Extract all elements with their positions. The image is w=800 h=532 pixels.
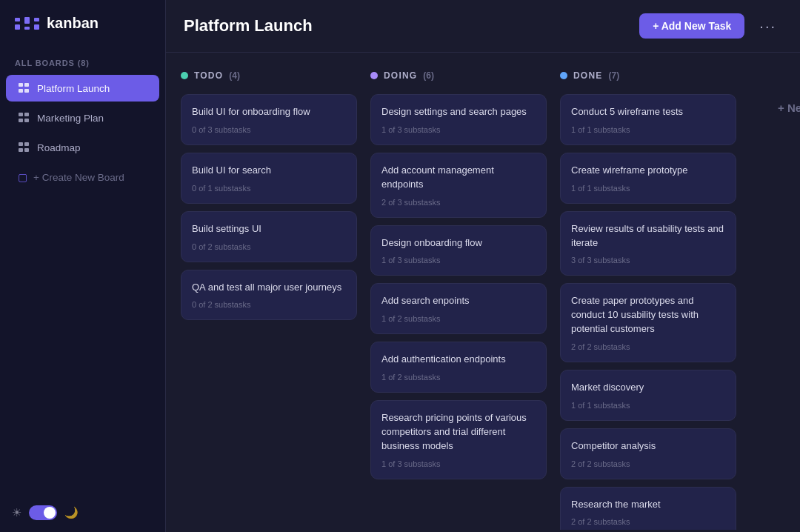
card-done-4[interactable]: Market discovery1 of 1 substasks <box>560 370 736 421</box>
column-title-doing: DOING <box>384 70 417 81</box>
card-substasks: 1 of 1 substasks <box>571 401 725 410</box>
column-dot-doing <box>370 72 378 79</box>
card-title: Add account management endpoints <box>381 164 536 192</box>
card-title: Review results of usability tests and it… <box>571 222 725 250</box>
column-dot-todo <box>181 72 188 79</box>
sidebar-label-marketing-plan: Marketing Plan <box>37 113 104 124</box>
main-content: Platform Launch + Add New Task ··· TODO(… <box>166 0 800 532</box>
card-todo-2[interactable]: Build settings UI0 of 2 substasks <box>181 211 357 262</box>
card-doing-5[interactable]: Research pricing points of various compe… <box>370 400 547 479</box>
card-done-3[interactable]: Create paper prototypes and conduct 10 u… <box>560 283 736 362</box>
card-todo-0[interactable]: Build UI for onboarding flow0 of 3 subst… <box>181 94 357 145</box>
kanban-board: TODO(4)Build UI for onboarding flow0 of … <box>166 53 800 532</box>
card-done-6[interactable]: Research the market2 of 2 substasks <box>560 487 736 530</box>
card-title: Build UI for onboarding flow <box>192 105 346 119</box>
cards-doing: Design settings and search pages1 of 3 s… <box>370 94 548 479</box>
card-title: Create paper prototypes and conduct 10 u… <box>571 294 725 336</box>
card-done-2[interactable]: Review results of usability tests and it… <box>560 211 736 276</box>
card-doing-2[interactable]: Design onboarding flow1 of 3 substasks <box>370 225 547 276</box>
card-title: Build UI for search <box>192 164 346 178</box>
board-icon <box>18 142 30 153</box>
theme-switcher: ☀ 🌙 <box>0 493 165 532</box>
card-substasks: 1 of 3 substasks <box>381 125 536 134</box>
create-new-board-button[interactable]: ▢ + Create New Board <box>6 164 159 190</box>
card-title: Design onboarding flow <box>381 236 536 250</box>
card-substasks: 0 of 2 substasks <box>192 242 346 251</box>
sidebar-item-platform-launch[interactable]: Platform Launch <box>6 75 159 102</box>
moon-icon: 🌙 <box>64 506 79 519</box>
card-substasks: 1 of 1 substasks <box>571 184 725 193</box>
card-title: Create wireframe prototype <box>571 164 725 178</box>
board-icon <box>18 112 30 124</box>
board-icon <box>18 82 30 94</box>
card-substasks: 2 of 2 substasks <box>571 459 725 468</box>
card-doing-0[interactable]: Design settings and search pages1 of 3 s… <box>370 94 547 145</box>
column-header-done: DONE(7) <box>560 67 738 87</box>
column-title-todo: TODO <box>194 70 223 81</box>
card-title: Add authentication endpoints <box>381 353 536 367</box>
column-header-doing: DOING(6) <box>370 67 548 87</box>
column-title-done: DONE <box>573 70 602 81</box>
column-doing: DOING(6)Design settings and search pages… <box>370 67 548 479</box>
card-title: Research pricing points of various compe… <box>381 411 536 453</box>
column-count-todo: (4) <box>229 70 240 81</box>
page-header: Platform Launch + Add New Task ··· <box>166 0 800 53</box>
column-count-doing: (6) <box>423 70 434 81</box>
logo-icon <box>15 17 39 30</box>
app-logo: kanban <box>0 0 165 47</box>
card-title: Research the market <box>571 498 725 512</box>
card-todo-1[interactable]: Build UI for search0 of 1 substasks <box>181 153 357 204</box>
sun-icon: ☀ <box>12 506 21 519</box>
card-done-1[interactable]: Create wireframe prototype1 of 1 substas… <box>560 153 736 204</box>
card-todo-3[interactable]: QA and test all major user journeys0 of … <box>181 270 357 321</box>
card-doing-3[interactable]: Add search enpoints1 of 2 substasks <box>370 283 547 334</box>
sidebar-item-roadmap[interactable]: Roadmap <box>6 134 159 161</box>
card-substasks: 1 of 3 substasks <box>381 256 536 265</box>
sidebar: kanban ALL BOARDS (8) Platform Launch Ma… <box>0 0 166 532</box>
header-actions: + Add New Task ··· <box>639 13 782 39</box>
toggle-knob <box>44 507 56 519</box>
card-title: Competitor analysis <box>571 439 725 453</box>
column-todo: TODO(4)Build UI for onboarding flow0 of … <box>181 67 359 320</box>
card-title: Build settings UI <box>192 222 346 236</box>
card-substasks: 1 of 2 substasks <box>381 373 536 382</box>
plus-icon: ▢ <box>18 171 27 183</box>
card-substasks: 2 of 3 substasks <box>381 198 536 207</box>
app-name: kanban <box>47 15 99 32</box>
card-substasks: 2 of 2 substasks <box>571 517 725 526</box>
new-column-button[interactable]: + New Column <box>750 94 800 122</box>
card-done-5[interactable]: Competitor analysis2 of 2 substasks <box>560 428 736 479</box>
cards-todo: Build UI for onboarding flow0 of 3 subst… <box>181 94 359 320</box>
card-substasks: 0 of 3 substasks <box>192 125 346 134</box>
card-substasks: 0 of 1 substasks <box>192 184 346 193</box>
sidebar-label-roadmap: Roadmap <box>37 142 81 153</box>
card-substasks: 3 of 3 substasks <box>571 256 725 265</box>
card-doing-4[interactable]: Add authentication endpoints1 of 2 subst… <box>370 342 547 393</box>
page-title: Platform Launch <box>184 16 313 36</box>
column-count-done: (7) <box>608 70 619 81</box>
card-substasks: 1 of 2 substasks <box>381 314 536 323</box>
theme-toggle[interactable] <box>29 505 57 520</box>
card-substasks: 2 of 2 substasks <box>571 342 725 351</box>
card-title: Market discovery <box>571 381 725 395</box>
column-dot-done <box>560 72 567 79</box>
card-doing-1[interactable]: Add account management endpoints2 of 3 s… <box>370 153 547 218</box>
more-options-button[interactable]: ··· <box>753 15 782 38</box>
card-done-0[interactable]: Conduct 5 wireframe tests1 of 1 substask… <box>560 94 736 145</box>
card-title: Add search enpoints <box>381 294 536 308</box>
card-title: QA and test all major user journeys <box>192 281 346 295</box>
boards-section-label: ALL BOARDS (8) <box>0 47 165 73</box>
card-substasks: 1 of 1 substasks <box>571 125 725 134</box>
sidebar-label-platform-launch: Platform Launch <box>37 83 110 94</box>
create-board-label: + Create New Board <box>33 172 124 183</box>
card-substasks: 1 of 3 substasks <box>381 459 536 468</box>
card-substasks: 0 of 2 substasks <box>192 300 346 309</box>
cards-done: Conduct 5 wireframe tests1 of 1 substask… <box>560 94 738 530</box>
card-title: Design settings and search pages <box>381 105 536 119</box>
column-header-todo: TODO(4) <box>181 67 359 87</box>
sidebar-item-marketing-plan[interactable]: Marketing Plan <box>6 104 159 131</box>
column-done: DONE(7)Conduct 5 wireframe tests1 of 1 s… <box>560 67 738 530</box>
card-title: Conduct 5 wireframe tests <box>571 105 725 119</box>
add-new-task-button[interactable]: + Add New Task <box>639 13 744 39</box>
